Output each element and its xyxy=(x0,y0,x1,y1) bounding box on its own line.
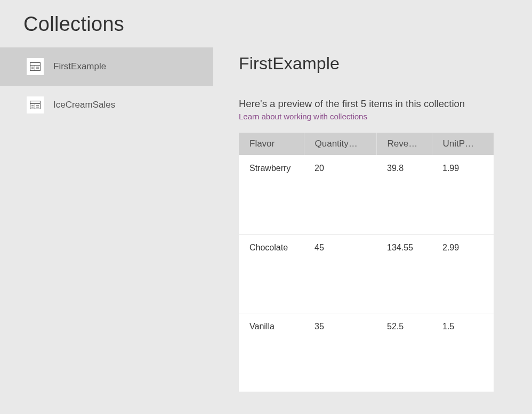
page-title: Collections xyxy=(0,0,532,47)
cell-flavor: Chocolate xyxy=(239,234,304,313)
preview-text: Here's a preview of the first 5 items in… xyxy=(239,98,511,110)
cell-unitprice: 1.5 xyxy=(432,313,494,392)
main-panel: FirstExample Here's a preview of the fir… xyxy=(213,47,532,414)
sidebar-item-label: FirstExample xyxy=(53,61,106,72)
cell-unitprice: 1.99 xyxy=(432,155,494,234)
collection-icon xyxy=(27,96,44,113)
learn-link[interactable]: Learn about working with collections xyxy=(239,112,511,121)
cell-revenue: 39.8 xyxy=(376,155,432,234)
sidebar-item-icecreamsales[interactable]: IceCreamSales xyxy=(0,86,213,124)
table-header-flavor[interactable]: Flavor xyxy=(239,133,304,155)
table-row[interactable]: Vanilla 35 52.5 1.5 xyxy=(239,313,494,392)
table-header-row: Flavor Quantity… Reve… UnitP… xyxy=(239,133,494,155)
cell-quantity: 45 xyxy=(304,234,376,313)
sidebar-item-label: IceCreamSales xyxy=(53,100,115,110)
cell-flavor: Strawberry xyxy=(239,155,304,234)
table-header-revenue[interactable]: Reve… xyxy=(376,133,432,155)
sidebar: FirstExample IceCreamSales xyxy=(0,47,213,414)
table-row[interactable]: Strawberry 20 39.8 1.99 xyxy=(239,155,494,234)
cell-quantity: 35 xyxy=(304,313,376,392)
cell-quantity: 20 xyxy=(304,155,376,234)
cell-flavor: Vanilla xyxy=(239,313,304,392)
table-row[interactable]: Chocolate 45 134.55 2.99 xyxy=(239,234,494,313)
collection-icon xyxy=(27,58,44,75)
table-header-unitprice[interactable]: UnitP… xyxy=(432,133,494,155)
collection-table: Flavor Quantity… Reve… UnitP… Strawberry… xyxy=(239,133,494,392)
cell-unitprice: 2.99 xyxy=(432,234,494,313)
cell-revenue: 134.55 xyxy=(376,234,432,313)
detail-title: FirstExample xyxy=(239,54,511,74)
cell-revenue: 52.5 xyxy=(376,313,432,392)
sidebar-item-firstexample[interactable]: FirstExample xyxy=(0,47,213,86)
table-header-quantity[interactable]: Quantity… xyxy=(304,133,376,155)
